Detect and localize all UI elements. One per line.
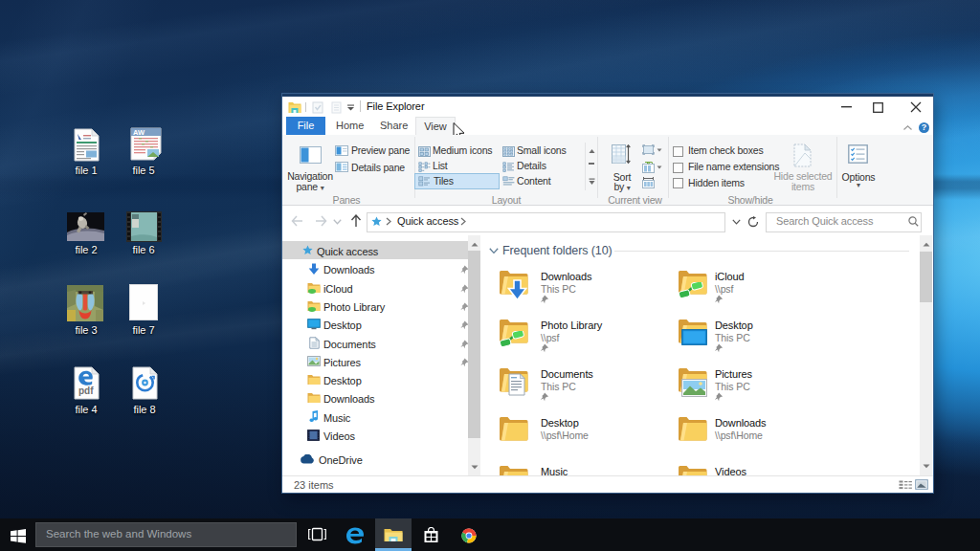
svg-text:AW: AW bbox=[133, 128, 145, 137]
svg-text:pdf: pdf bbox=[78, 386, 94, 396]
